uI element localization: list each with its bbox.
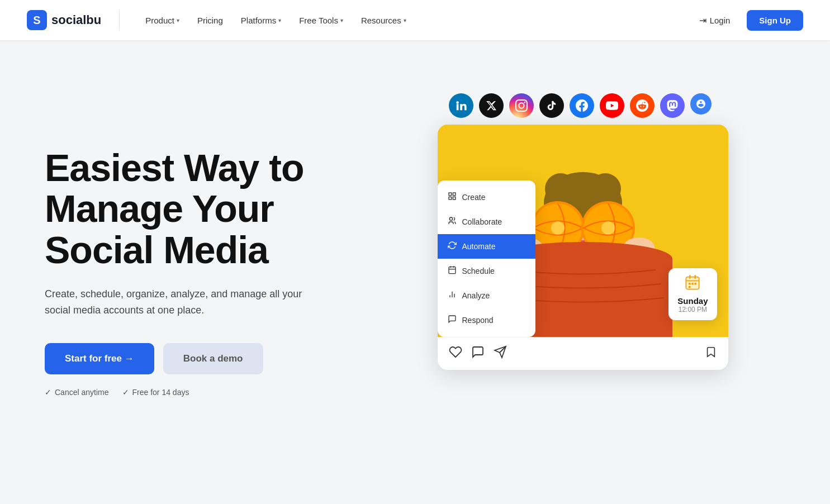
youtube-icon (600, 93, 624, 118)
schedule-day: Sunday (677, 296, 708, 306)
bluesky-icon (690, 93, 712, 115)
logo-icon: S (27, 10, 47, 30)
chevron-down-icon: ▾ (177, 17, 179, 23)
create-icon (448, 192, 457, 203)
svg-rect-39 (692, 283, 694, 285)
check-cancel: ✓ Cancel anytime (45, 388, 109, 397)
svg-point-16 (601, 221, 615, 235)
navbar: S socialbu Product ▾ Pricing Platforms ▾… (0, 0, 830, 40)
respond-icon (448, 315, 457, 326)
social-icons-row (438, 93, 751, 118)
hero-right: Create Collaborate Automat (402, 93, 785, 451)
chevron-down-icon: ▾ (278, 17, 281, 23)
menu-create[interactable]: Create (438, 185, 535, 210)
signup-button[interactable]: Sign Up (747, 10, 803, 31)
schedule-time: 12:00 PM (677, 306, 708, 313)
calendar-icon (677, 275, 708, 294)
automate-icon (448, 241, 457, 252)
menu-analyze[interactable]: Analyze (438, 283, 535, 308)
sidebar-menu: Create Collaborate Automat (438, 180, 535, 337)
svg-point-13 (551, 221, 565, 235)
start-free-button[interactable]: Start for free → (45, 343, 154, 374)
nav-resources[interactable]: Resources ▾ (353, 11, 414, 30)
linkedin-icon (449, 93, 473, 118)
post-actions (438, 337, 728, 370)
schedule-icon (448, 265, 457, 277)
nav-actions: ⇥ Login Sign Up (689, 10, 803, 31)
hero-title: Easiest Way to Manage Your Social Media (45, 148, 369, 270)
facebook-icon (570, 93, 594, 118)
hero-checks: ✓ Cancel anytime ✓ Free for 14 days (45, 388, 369, 397)
svg-rect-21 (449, 193, 452, 196)
logo-text: socialbu (51, 13, 101, 27)
instagram-icon (509, 93, 534, 118)
svg-rect-22 (453, 193, 456, 196)
book-demo-button[interactable]: Book a demo (163, 343, 263, 374)
logo-link[interactable]: S socialbu (27, 10, 101, 30)
nav-links: Product ▾ Pricing Platforms ▾ Free Tools… (137, 11, 689, 30)
svg-rect-24 (449, 197, 452, 199)
comment-icon[interactable] (471, 345, 485, 362)
hero-subtitle: Create, schedule, organize, analyze, and… (45, 286, 313, 318)
chevron-down-icon: ▾ (340, 17, 343, 23)
login-button[interactable]: ⇥ Login (689, 11, 741, 30)
bookmark-icon[interactable] (705, 346, 717, 362)
login-icon: ⇥ (699, 15, 706, 26)
menu-schedule[interactable]: Schedule (438, 259, 535, 283)
mockup-container: Create Collaborate Automat (438, 93, 751, 451)
reddit-icon (630, 93, 654, 118)
hero-buttons: Start for free → Book a demo (45, 343, 369, 374)
nav-free-tools[interactable]: Free Tools ▾ (291, 11, 351, 30)
hero-left: Easiest Way to Manage Your Social Media … (45, 148, 369, 397)
mastodon-icon (660, 93, 685, 118)
svg-rect-38 (689, 283, 691, 285)
tiktok-icon (539, 93, 564, 118)
chevron-down-icon: ▾ (404, 17, 406, 23)
collaborate-icon (448, 216, 457, 227)
post-card: Create Collaborate Automat (438, 125, 728, 370)
menu-collaborate[interactable]: Collaborate (438, 210, 535, 234)
nav-pricing[interactable]: Pricing (189, 11, 231, 30)
menu-automate[interactable]: Automate (438, 234, 535, 259)
nav-divider (119, 10, 120, 30)
svg-text:S: S (33, 14, 40, 26)
svg-rect-26 (449, 267, 456, 274)
hero-section: Easiest Way to Manage Your Social Media … (0, 40, 830, 504)
schedule-badge: Sunday 12:00 PM (668, 268, 717, 320)
analyze-icon (448, 290, 457, 301)
svg-point-25 (449, 217, 452, 220)
like-icon[interactable] (449, 345, 462, 362)
menu-respond[interactable]: Respond (438, 308, 535, 332)
nav-platforms[interactable]: Platforms ▾ (233, 11, 289, 30)
nav-product[interactable]: Product ▾ (137, 11, 187, 30)
share-icon[interactable] (494, 345, 507, 362)
checkmark-icon: ✓ (45, 388, 51, 397)
check-free: ✓ Free for 14 days (122, 388, 189, 397)
svg-rect-41 (689, 286, 691, 288)
svg-rect-23 (453, 197, 456, 199)
x-twitter-icon (479, 93, 504, 118)
post-image: Create Collaborate Automat (438, 125, 728, 337)
checkmark-icon: ✓ (122, 388, 129, 397)
svg-rect-40 (695, 283, 697, 285)
